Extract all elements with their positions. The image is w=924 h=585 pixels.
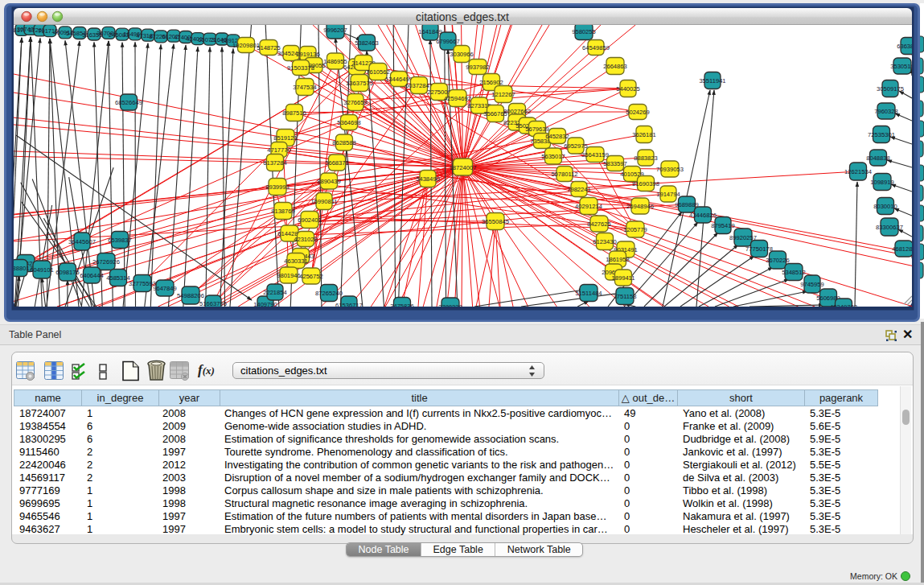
svg-text:6137284: 6137284 bbox=[263, 159, 287, 167]
svg-text:54988206: 54988206 bbox=[177, 292, 204, 299]
svg-text:9689889: 9689889 bbox=[675, 201, 699, 208]
svg-text:18724007: 18724007 bbox=[450, 164, 477, 171]
svg-text:citations_edges.txt: citations_edges.txt bbox=[416, 10, 509, 23]
svg-text:36550845: 36550845 bbox=[482, 218, 509, 225]
svg-text:32775593: 32775593 bbox=[129, 280, 156, 287]
svg-text:26948946: 26948946 bbox=[626, 203, 654, 210]
svg-text:4256752: 4256752 bbox=[299, 273, 323, 280]
svg-text:4231028: 4231028 bbox=[294, 236, 318, 243]
svg-text:3030966: 3030966 bbox=[450, 51, 474, 58]
svg-text:9996207: 9996207 bbox=[323, 27, 347, 34]
svg-text:5024269: 5024269 bbox=[626, 109, 650, 116]
svg-text:5348512: 5348512 bbox=[782, 269, 806, 276]
svg-text:1212267: 1212267 bbox=[491, 91, 515, 98]
svg-text:7610562: 7610562 bbox=[366, 68, 390, 76]
svg-text:1914794: 1914794 bbox=[656, 191, 680, 198]
svg-text:68526649: 68526649 bbox=[115, 99, 142, 106]
svg-text:2919136: 2919136 bbox=[296, 51, 320, 58]
svg-text:5635017: 5635017 bbox=[541, 153, 565, 160]
svg-text:81690398: 81690398 bbox=[632, 180, 659, 187]
svg-text:8628588: 8628588 bbox=[332, 139, 356, 146]
svg-text:40291214: 40291214 bbox=[575, 203, 602, 210]
svg-text:2156902: 2156902 bbox=[479, 79, 503, 86]
svg-text:8939993: 8939993 bbox=[265, 183, 290, 191]
svg-text:8890439: 8890439 bbox=[317, 178, 341, 185]
svg-text:50780112: 50780112 bbox=[551, 171, 577, 178]
svg-text:16990811: 16990811 bbox=[310, 198, 337, 205]
svg-text:8519121: 8519121 bbox=[273, 134, 298, 142]
svg-text:6952975: 6952975 bbox=[564, 142, 588, 150]
svg-text:2664863: 2664863 bbox=[603, 63, 627, 70]
svg-text:87265240: 87265240 bbox=[315, 290, 343, 297]
svg-text:26726926: 26726926 bbox=[92, 258, 120, 266]
svg-text:9937982: 9937982 bbox=[466, 64, 490, 71]
svg-text:35511941: 35511941 bbox=[699, 77, 725, 84]
svg-text:51663795: 51663795 bbox=[199, 300, 227, 307]
svg-text:2221854: 2221854 bbox=[263, 289, 287, 296]
svg-text:35643159: 35643159 bbox=[581, 151, 609, 159]
svg-text:6098175: 6098175 bbox=[55, 269, 80, 276]
svg-text:8138769: 8138769 bbox=[271, 208, 295, 215]
svg-text:6902401: 6902401 bbox=[298, 216, 322, 224]
svg-text:9647849: 9647849 bbox=[153, 285, 177, 292]
svg-text:3530518: 3530518 bbox=[890, 63, 914, 70]
svg-text:5679639: 5679639 bbox=[525, 126, 549, 133]
svg-text:70939053: 70939053 bbox=[656, 166, 684, 173]
svg-text:36445607: 36445607 bbox=[68, 238, 96, 245]
svg-text:6406444: 6406444 bbox=[80, 272, 104, 279]
svg-text:8987516: 8987516 bbox=[282, 109, 306, 117]
svg-text:9745959: 9745959 bbox=[800, 281, 824, 288]
svg-text:72535301: 72535301 bbox=[868, 131, 895, 138]
svg-text:13637575: 13637575 bbox=[346, 80, 373, 87]
svg-text:7960328: 7960328 bbox=[874, 108, 898, 115]
svg-text:6452832: 6452832 bbox=[545, 133, 569, 140]
svg-text:64549859: 64549859 bbox=[582, 44, 610, 51]
svg-text:77750178: 77750178 bbox=[745, 245, 773, 253]
svg-text:6123430: 6123430 bbox=[593, 238, 617, 245]
svg-text:4585314: 4585314 bbox=[106, 274, 130, 282]
svg-text:3626181: 3626181 bbox=[632, 131, 656, 138]
svg-text:5833597: 5833597 bbox=[603, 160, 627, 167]
svg-text:8883823: 8883823 bbox=[634, 154, 658, 162]
svg-text:30509175: 30509175 bbox=[877, 85, 904, 93]
svg-text:8795419: 8795419 bbox=[711, 222, 735, 229]
svg-text:1641849: 1641849 bbox=[418, 28, 442, 35]
svg-text:6049101: 6049101 bbox=[30, 266, 54, 274]
svg-text:19209801: 19209801 bbox=[232, 42, 260, 49]
svg-text:6539837: 6539837 bbox=[108, 237, 132, 244]
svg-text:5440025: 5440025 bbox=[616, 85, 640, 93]
svg-text:1861958: 1861958 bbox=[606, 256, 630, 263]
svg-text:3276659: 3276659 bbox=[343, 99, 368, 106]
svg-text:7751158: 7751158 bbox=[614, 293, 637, 300]
svg-text:1899411: 1899411 bbox=[612, 274, 635, 282]
svg-text:5668371: 5668371 bbox=[325, 159, 349, 167]
svg-text:3747534: 3747534 bbox=[293, 84, 317, 91]
svg-text:8048838: 8048838 bbox=[866, 154, 890, 162]
svg-text:9801946: 9801946 bbox=[277, 272, 301, 279]
svg-text:8030010: 8030010 bbox=[873, 203, 897, 210]
svg-text:7982241: 7982241 bbox=[567, 186, 591, 193]
svg-text:9580255: 9580255 bbox=[572, 28, 596, 35]
svg-text:43446826: 43446826 bbox=[689, 212, 717, 219]
svg-text:4717770: 4717770 bbox=[267, 146, 291, 154]
svg-text:4630331: 4630331 bbox=[284, 257, 308, 265]
svg-text:1205779: 1205779 bbox=[623, 226, 647, 233]
svg-text:6799667: 6799667 bbox=[436, 38, 460, 45]
svg-text:83300637: 83300637 bbox=[876, 224, 903, 231]
svg-text:8427625: 8427625 bbox=[587, 220, 611, 228]
svg-text:5382463: 5382463 bbox=[355, 39, 379, 47]
svg-text:5364698: 5364698 bbox=[337, 119, 361, 126]
svg-text:5438490: 5438490 bbox=[416, 175, 440, 183]
svg-text:42594692: 42594692 bbox=[444, 95, 471, 102]
svg-text:1098919: 1098919 bbox=[870, 179, 894, 186]
svg-text:12621534: 12621534 bbox=[844, 168, 872, 175]
svg-text:3670226: 3670226 bbox=[766, 257, 790, 264]
svg-text:91503378: 91503378 bbox=[287, 64, 314, 72]
svg-text:51511484: 51511484 bbox=[575, 290, 602, 297]
